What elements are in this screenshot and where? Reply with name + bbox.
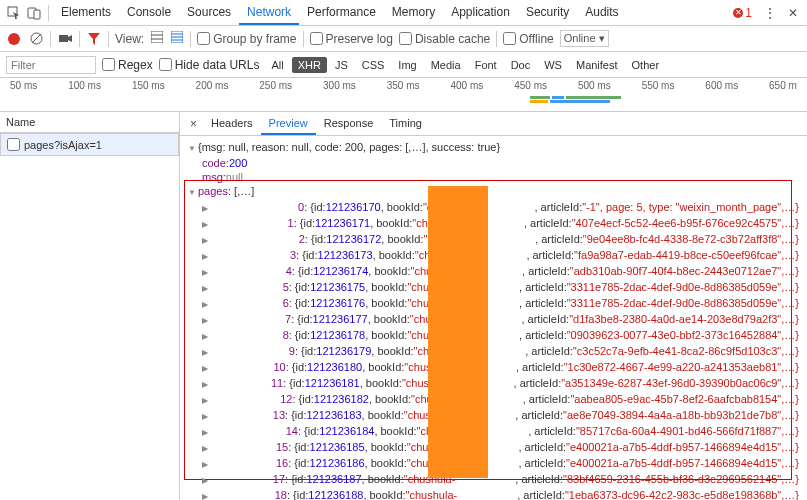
timeline-tick: 600 ms <box>705 80 738 91</box>
json-line[interactable]: 3: {id: 121236173, bookId: "chushula-, a… <box>188 248 799 264</box>
timeline-tick: 150 ms <box>132 80 165 91</box>
error-count[interactable]: ✕1 <box>733 6 752 20</box>
timeline-tick: 100 ms <box>68 80 101 91</box>
record-button[interactable] <box>6 31 22 47</box>
camera-icon[interactable] <box>57 31 73 47</box>
devtools-tab-audits[interactable]: Audits <box>577 1 626 25</box>
timeline-tick: 400 ms <box>450 80 483 91</box>
view-small-icon[interactable] <box>170 31 184 46</box>
devtools-tab-elements[interactable]: Elements <box>53 1 119 25</box>
timeline-tick: 500 ms <box>578 80 611 91</box>
json-line[interactable]: 1: {id: 121236171, bookId: "chushula-, a… <box>188 216 799 232</box>
json-line[interactable]: 4: {id: 121236174, bookId: "chushula-, a… <box>188 264 799 280</box>
group-by-frame-checkbox[interactable]: Group by frame <box>197 32 296 46</box>
filter-type-img[interactable]: Img <box>392 57 422 73</box>
view-label: View: <box>115 32 144 46</box>
json-line[interactable]: 12: {id: 121236182, bookId: "chushula-, … <box>188 392 799 408</box>
filter-type-manifest[interactable]: Manifest <box>570 57 624 73</box>
response-tab-response[interactable]: Response <box>316 113 382 135</box>
json-line[interactable]: 15: {id: 121236185, bookId: "chushula-, … <box>188 440 799 456</box>
timeline-tick: 200 ms <box>196 80 229 91</box>
svg-rect-2 <box>34 10 40 19</box>
filter-type-doc[interactable]: Doc <box>505 57 537 73</box>
view-large-icon[interactable] <box>150 31 164 46</box>
json-line[interactable]: 6: {id: 121236176, bookId: "chushula-, a… <box>188 296 799 312</box>
json-line[interactable]: 9: {id: 121236179, bookId: "chushula-, a… <box>188 344 799 360</box>
svg-rect-6 <box>151 31 163 43</box>
timeline-tick: 50 ms <box>10 80 37 91</box>
json-line[interactable]: 17: {id: 121236187, bookId: "chushula-, … <box>188 472 799 488</box>
json-line[interactable]: 11: {id: 121236181, bookId: "chushula-, … <box>188 376 799 392</box>
timeline-tick: 650 m <box>769 80 797 91</box>
filter-type-xhr[interactable]: XHR <box>292 57 327 73</box>
request-name: pages?isAjax=1 <box>24 139 102 151</box>
filter-type-all[interactable]: All <box>265 57 289 73</box>
timeline-tick: 250 ms <box>259 80 292 91</box>
clear-icon[interactable] <box>28 31 44 47</box>
json-line[interactable]: 8: {id: 121236178, bookId: "chushula-, a… <box>188 328 799 344</box>
devtools-tab-network[interactable]: Network <box>239 1 299 25</box>
devtools-tab-performance[interactable]: Performance <box>299 1 384 25</box>
json-line[interactable]: msg: null <box>188 170 799 184</box>
close-devtools-icon[interactable]: ✕ <box>783 3 803 23</box>
more-menu-icon[interactable]: ⋮ <box>758 6 783 20</box>
filter-input[interactable] <box>6 56 96 74</box>
devtools-tab-memory[interactable]: Memory <box>384 1 443 25</box>
filter-type-other[interactable]: Other <box>626 57 666 73</box>
timeline-tick: 550 ms <box>642 80 675 91</box>
filter-type-font[interactable]: Font <box>469 57 503 73</box>
timeline-tick: 350 ms <box>387 80 420 91</box>
device-toggle-icon[interactable] <box>24 3 44 23</box>
devtools-tab-sources[interactable]: Sources <box>179 1 239 25</box>
close-preview-icon[interactable]: × <box>184 117 203 131</box>
svg-rect-5 <box>59 35 68 42</box>
throttle-select[interactable]: Online ▾ <box>560 30 609 47</box>
timeline-tick: 300 ms <box>323 80 356 91</box>
json-line[interactable]: 5: {id: 121236175, bookId: "chushula-, a… <box>188 280 799 296</box>
devtools-tab-application[interactable]: Application <box>443 1 518 25</box>
regex-checkbox[interactable]: Regex <box>102 58 153 72</box>
inspect-icon[interactable] <box>4 3 24 23</box>
svg-line-4 <box>32 34 41 43</box>
json-line[interactable]: 13: {id: 121236183, bookId: "chushula-, … <box>188 408 799 424</box>
json-line[interactable]: pages: [,…] <box>188 184 799 200</box>
name-column-header[interactable]: Name <box>0 112 179 133</box>
devtools-tab-console[interactable]: Console <box>119 1 179 25</box>
filter-type-css[interactable]: CSS <box>356 57 391 73</box>
json-line[interactable]: 18: {id: 121236188, bookId: "chushula-, … <box>188 488 799 500</box>
json-line[interactable]: 10: {id: 121236180, bookId: "chushula-, … <box>188 360 799 376</box>
preserve-log-checkbox[interactable]: Preserve log <box>310 32 393 46</box>
response-tab-preview[interactable]: Preview <box>261 113 316 135</box>
disable-cache-checkbox[interactable]: Disable cache <box>399 32 490 46</box>
response-tab-timing[interactable]: Timing <box>381 113 430 135</box>
response-tab-headers[interactable]: Headers <box>203 113 261 135</box>
request-checkbox[interactable] <box>7 138 20 151</box>
json-line[interactable]: 2: {id: 121236172, bookId: "chushula-, a… <box>188 232 799 248</box>
json-line[interactable]: {msg: null, reason: null, code: 200, pag… <box>188 140 799 156</box>
filter-type-media[interactable]: Media <box>425 57 467 73</box>
filter-icon[interactable] <box>86 31 102 47</box>
json-line[interactable]: 14: {id: 121236184, bookId: "chushula-, … <box>188 424 799 440</box>
json-line[interactable]: code: 200 <box>188 156 799 170</box>
hide-data-urls-checkbox[interactable]: Hide data URLs <box>159 58 260 72</box>
filter-type-ws[interactable]: WS <box>538 57 568 73</box>
json-line[interactable]: 0: {id: 121236170, bookId: "chushula-, a… <box>188 200 799 216</box>
filter-type-js[interactable]: JS <box>329 57 354 73</box>
json-line[interactable]: 16: {id: 121236186, bookId: "chushula-, … <box>188 456 799 472</box>
timeline-tick: 450 ms <box>514 80 547 91</box>
offline-checkbox[interactable]: Offline <box>503 32 553 46</box>
request-row[interactable]: pages?isAjax=1 <box>0 133 179 156</box>
json-line[interactable]: 7: {id: 121236177, bookId: "chushula-, a… <box>188 312 799 328</box>
devtools-tab-security[interactable]: Security <box>518 1 577 25</box>
